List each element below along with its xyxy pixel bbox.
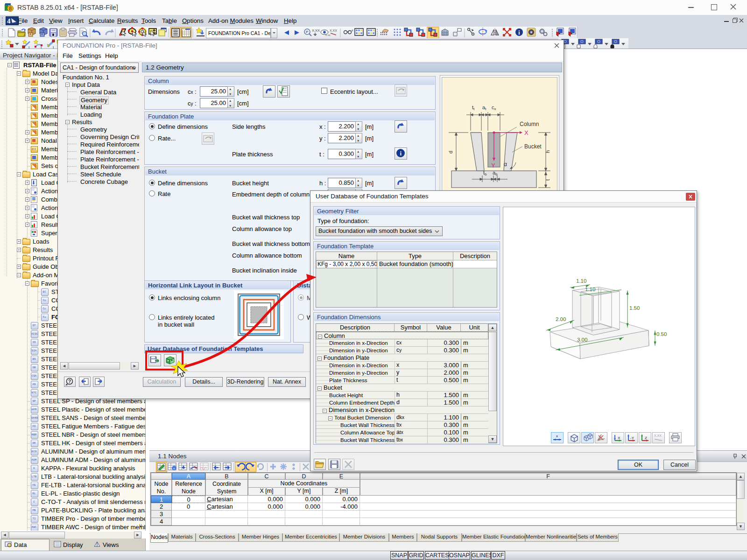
svg-text:cx: cx: [492, 105, 496, 111]
svg-text:1.10: 1.10: [576, 278, 586, 284]
svg-text:h: h: [545, 150, 550, 153]
svg-text:tt: tt: [472, 105, 475, 111]
svg-text:1.50: 1.50: [629, 305, 640, 311]
svg-text:Y: Y: [491, 162, 495, 169]
svg-text:-Y: -Y: [630, 436, 634, 440]
svg-text:3.00: 3.00: [577, 337, 587, 343]
svg-text:X: X: [618, 436, 620, 440]
svg-text:0.50: 0.50: [656, 331, 667, 337]
svg-text:x: x: [556, 434, 558, 438]
svg-text:?: ?: [68, 379, 71, 384]
svg-text:x.xx: x.xx: [325, 34, 331, 36]
svg-text:P: P: [306, 30, 308, 34]
svg-text:Bucket: Bucket: [524, 143, 542, 150]
svg-text:2.00: 2.00: [556, 316, 566, 322]
svg-text:i: i: [400, 150, 402, 157]
svg-text:d: d: [352, 29, 353, 32]
svg-text:t: t: [545, 179, 550, 181]
svg-text:Z: Z: [645, 436, 647, 440]
svg-text:X.XX: X.XX: [330, 29, 337, 32]
svg-text:X: X: [524, 129, 529, 136]
svg-text:Column: Column: [520, 121, 539, 127]
svg-text:+: +: [173, 467, 176, 471]
svg-text:1.10: 1.10: [585, 287, 595, 292]
svg-text:X.XX: X.XX: [654, 434, 662, 437]
svg-text:d: d: [448, 151, 453, 154]
svg-text:X.XX: X.XX: [312, 28, 320, 33]
svg-text:α: α: [504, 161, 507, 168]
svg-text:at: at: [482, 105, 486, 111]
